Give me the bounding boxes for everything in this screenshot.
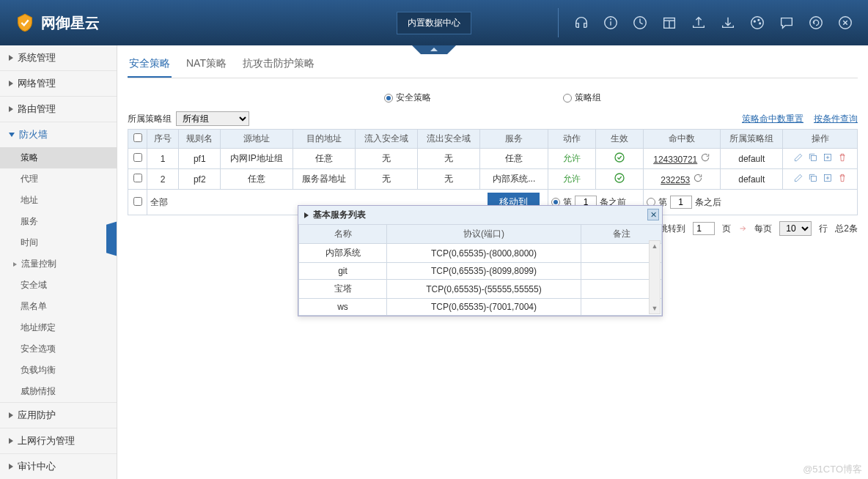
radio-security-policy[interactable]: 安全策略 [384, 92, 431, 104]
headset-icon[interactable] [573, 15, 589, 31]
sidebar-route-mgmt[interactable]: 路由管理 [0, 97, 117, 122]
svg-point-20 [615, 174, 624, 182]
gauge-icon[interactable] [632, 15, 648, 31]
svg-point-10 [760, 23, 761, 24]
select-all-bottom-checkbox[interactable] [133, 197, 142, 206]
svg-point-11 [810, 17, 823, 29]
datacenter-button[interactable]: 内置数据中心 [397, 12, 471, 34]
popup-header[interactable]: 基本服务列表 [298, 206, 662, 224]
refresh-icon[interactable] [700, 155, 710, 165]
sidebar-sub-address[interactable]: 地址 [0, 190, 117, 211]
svg-point-15 [615, 153, 624, 162]
header-toolbar [558, 8, 853, 37]
upload-icon[interactable] [691, 15, 707, 31]
info-icon[interactable] [603, 15, 619, 31]
sidebar-network-mgmt[interactable]: 网络管理 [0, 71, 117, 96]
svg-point-9 [758, 19, 760, 21]
brand-text: 网御星云 [41, 13, 100, 33]
tab-nat-policy[interactable]: NAT策略 [185, 53, 228, 78]
sidebar-sub-traffic[interactable]: 流量控制 [0, 253, 117, 275]
group-filter-label: 所属策略组 [128, 113, 172, 125]
delete-icon[interactable] [837, 152, 847, 165]
sidebar-sub-policy[interactable]: 策略 [0, 147, 117, 168]
main-content: 安全策略 NAT策略 抗攻击防护策略 安全策略 策略组 所属策略组 所有组 策略… [117, 45, 868, 479]
view-mode-radio: 安全策略 策略组 [128, 92, 858, 104]
insert-icon[interactable] [823, 152, 833, 165]
edit-icon[interactable] [793, 152, 803, 165]
sidebar-sub-blacklist[interactable]: 黑名单 [0, 296, 117, 317]
shield-icon [15, 12, 35, 33]
service-row: gitTCP(0,65535)-(8099,8099) [299, 263, 662, 280]
download-icon[interactable] [720, 15, 736, 31]
sidebar-sub-time[interactable]: 时间 [0, 232, 117, 253]
insert-icon[interactable] [823, 173, 833, 185]
per-page-select[interactable]: 10 [779, 221, 812, 236]
policy-table: 序号 规则名 源地址 目的地址 流入安全域 流出安全域 服务 动作 生效 命中数… [128, 129, 858, 215]
row-checkbox[interactable] [133, 153, 142, 162]
radio-policy-group[interactable]: 策略组 [563, 92, 601, 104]
sidebar-sub-threat[interactable]: 威胁情报 [0, 381, 117, 402]
svg-rect-16 [811, 156, 816, 161]
close-icon[interactable] [837, 15, 853, 31]
copy-icon[interactable] [808, 173, 818, 185]
policy-tabs: 安全策略 NAT策略 抗攻击防护策略 [128, 53, 858, 78]
edit-icon[interactable] [793, 173, 803, 185]
sidebar: 系统管理 网络管理 路由管理 防火墙 策略 代理 地址 服务 时间 流量控制 安… [0, 45, 117, 479]
hit-count[interactable]: 124330721 [653, 155, 697, 165]
popup-close-button[interactable]: ✕ [647, 209, 659, 220]
hit-count[interactable]: 232253 [661, 175, 690, 185]
filter-bar: 所属策略组 所有组 策略命中数重置 按条件查询 [128, 111, 858, 126]
calendar-icon[interactable] [661, 15, 677, 31]
page-jump-input[interactable] [693, 222, 715, 235]
sidebar-system-mgmt[interactable]: 系统管理 [0, 45, 117, 70]
service-row: 内部系统TCP(0,65535)-(8000,8000) [299, 244, 662, 263]
sidebar-app-protect[interactable]: 应用防护 [0, 403, 117, 428]
svg-rect-21 [811, 177, 816, 182]
sidebar-behavior-mgmt[interactable]: 上网行为管理 [0, 428, 117, 453]
header-center: 内置数据中心 [397, 12, 471, 34]
page-go-icon[interactable] [738, 224, 747, 233]
query-by-condition-link[interactable]: 按条件查询 [814, 113, 858, 125]
table-row: 1pf1内网IP地址组任意无无任意允许124330721 default [128, 149, 858, 169]
sidebar-sub-secopt[interactable]: 安全选项 [0, 338, 117, 360]
reset-hits-link[interactable]: 策略命中数重置 [742, 113, 803, 125]
sidebar-firewall[interactable]: 防火墙 [0, 122, 117, 147]
service-list-table: 名称 协议(端口) 备注 内部系统TCP(0,65535)-(8000,8000… [298, 224, 662, 316]
service-list-popup: 基本服务列表 ✕ 名称 协议(端口) 备注 内部系统TCP(0,65535)-(… [298, 205, 663, 316]
sidebar-sub-lb[interactable]: 负载均衡 [0, 360, 117, 381]
triangle-icon [304, 212, 309, 218]
popup-scrollbar[interactable]: ▲▼ [649, 240, 661, 314]
svg-point-2 [611, 19, 611, 20]
row-checkbox[interactable] [133, 174, 142, 182]
sidebar-sub-service[interactable]: 服务 [0, 211, 117, 232]
app-header: 网御星云 内置数据中心 [0, 0, 868, 45]
brand-logo: 网御星云 [15, 12, 100, 33]
service-row: wsTCP(0,65535)-(7001,7004) [299, 299, 662, 316]
tab-security-policy[interactable]: 安全策略 [128, 53, 172, 78]
watermark: @51CTO博客 [803, 463, 862, 476]
service-row: 宝塔TCP(0,65535)-(55555,55555) [299, 280, 662, 299]
sidebar-audit[interactable]: 审计中心 [0, 454, 117, 479]
svg-point-7 [751, 17, 764, 29]
sidebar-sub-addrbind[interactable]: 地址绑定 [0, 317, 117, 338]
copy-icon[interactable] [808, 152, 818, 165]
refresh-icon[interactable] [693, 175, 703, 185]
select-all-checkbox[interactable] [133, 133, 142, 142]
undo-icon[interactable] [808, 15, 824, 31]
svg-point-8 [754, 21, 755, 22]
table-row: 2pf2任意服务器地址无无内部系统...允许232253 default [128, 169, 858, 190]
chat-icon[interactable] [779, 15, 795, 31]
move-after-input[interactable] [670, 196, 692, 209]
sidebar-sub-proxy[interactable]: 代理 [0, 168, 117, 190]
sidebar-collapse-handle[interactable] [106, 221, 117, 256]
palette-icon[interactable] [749, 15, 765, 31]
sidebar-sub-zone[interactable]: 安全域 [0, 275, 117, 296]
delete-icon[interactable] [837, 173, 847, 185]
group-filter-select[interactable]: 所有组 [176, 111, 249, 126]
tab-attack-protect[interactable]: 抗攻击防护策略 [241, 53, 316, 78]
